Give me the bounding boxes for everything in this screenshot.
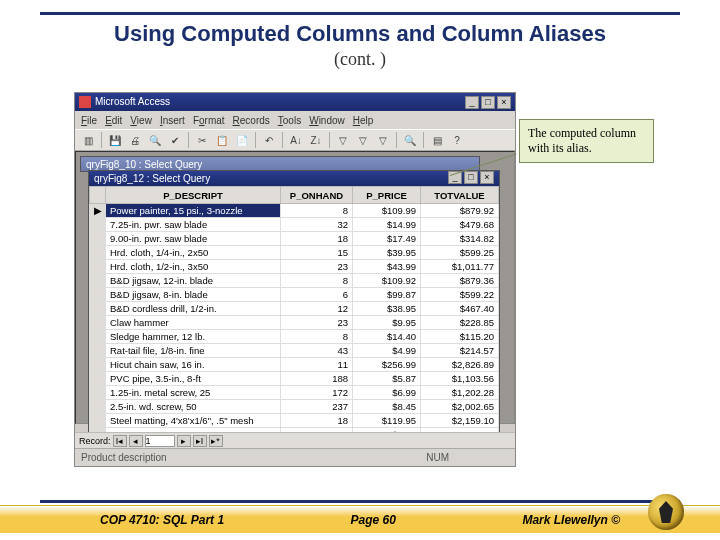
table-row[interactable]: B&D jigsaw, 12-in. blade8$109.92$879.36	[90, 274, 499, 288]
row-marker[interactable]	[90, 232, 106, 246]
titlebar[interactable]: Microsoft Access _ □ ×	[75, 93, 515, 111]
cell-totvalue[interactable]: $1,103.56	[421, 372, 499, 386]
cell-price[interactable]: $43.99	[353, 260, 421, 274]
cell-descript[interactable]: Power painter, 15 psi., 3-nozzle	[106, 204, 281, 218]
apply-filter-icon[interactable]: ▽	[374, 131, 392, 149]
cell-descript[interactable]: 2.5-in. wd. screw, 50	[106, 400, 281, 414]
cell-totvalue[interactable]: $599.22	[421, 288, 499, 302]
maximize-button[interactable]: □	[481, 96, 495, 109]
table-row[interactable]: B&D jigsaw, 8-in. blade6$99.87$599.22	[90, 288, 499, 302]
cell-descript[interactable]: Sledge hammer, 12 lb.	[106, 330, 281, 344]
nav-prev-button[interactable]: ◂	[129, 435, 143, 447]
table-row[interactable]: B&D cordless drill, 1/2-in.12$38.95$467.…	[90, 302, 499, 316]
row-header-blank[interactable]	[90, 187, 106, 204]
cell-descript[interactable]: 9.00-in. pwr. saw blade	[106, 232, 281, 246]
col-descript[interactable]: P_DESCRIPT	[106, 187, 281, 204]
cell-price[interactable]: $109.99	[353, 204, 421, 218]
table-row[interactable]: 7.25-in. pwr. saw blade32$14.99$479.68	[90, 218, 499, 232]
cell-price[interactable]: $38.95	[353, 302, 421, 316]
spell-icon[interactable]: ✔	[166, 131, 184, 149]
row-marker[interactable]	[90, 414, 106, 428]
table-row[interactable]: 1.25-in. metal screw, 25172$6.99$1,202.2…	[90, 386, 499, 400]
cell-onhand[interactable]: 18	[281, 232, 353, 246]
sort-asc-icon[interactable]: A↓	[287, 131, 305, 149]
cell-descript[interactable]: B&D jigsaw, 8-in. blade	[106, 288, 281, 302]
col-onhand[interactable]: P_ONHAND	[281, 187, 353, 204]
row-marker[interactable]	[90, 358, 106, 372]
cell-onhand[interactable]: 8	[281, 274, 353, 288]
preview-icon[interactable]: 🔍	[146, 131, 164, 149]
cell-onhand[interactable]: 23	[281, 316, 353, 330]
paste-icon[interactable]: 📄	[233, 131, 251, 149]
row-marker[interactable]: ▶	[90, 204, 106, 218]
new-object-icon[interactable]: ▤	[428, 131, 446, 149]
help-icon[interactable]: ?	[448, 131, 466, 149]
table-row[interactable]: Hrd. cloth, 1/2-in., 3x5023$43.99$1,011.…	[90, 260, 499, 274]
cell-descript[interactable]: B&D cordless drill, 1/2-in.	[106, 302, 281, 316]
cell-onhand[interactable]: 172	[281, 386, 353, 400]
row-marker[interactable]	[90, 274, 106, 288]
child-max-button[interactable]: □	[464, 171, 478, 184]
undo-icon[interactable]: ↶	[260, 131, 278, 149]
cell-totvalue[interactable]: $2,826.89	[421, 358, 499, 372]
cell-descript[interactable]: 1.25-in. metal screw, 25	[106, 386, 281, 400]
cell-onhand[interactable]: 12	[281, 302, 353, 316]
cell-price[interactable]: $14.40	[353, 330, 421, 344]
cell-onhand[interactable]: 43	[281, 344, 353, 358]
cell-descript[interactable]: Rat-tail file, 1/8-in. fine	[106, 344, 281, 358]
cell-descript[interactable]: Steel matting, 4'x8'x1/6", .5" mesh	[106, 414, 281, 428]
table-row[interactable]: Sledge hammer, 12 lb.8$14.40$115.20	[90, 330, 499, 344]
cell-price[interactable]: $109.92	[353, 274, 421, 288]
find-icon[interactable]: 🔍	[401, 131, 419, 149]
row-marker[interactable]	[90, 246, 106, 260]
cell-onhand[interactable]: 18	[281, 414, 353, 428]
row-marker[interactable]	[90, 260, 106, 274]
cell-totvalue[interactable]: $1,011.77	[421, 260, 499, 274]
minimize-button[interactable]: _	[465, 96, 479, 109]
cell-price[interactable]: $14.99	[353, 218, 421, 232]
menu-edit[interactable]: Edit	[105, 115, 122, 126]
cell-onhand[interactable]: 188	[281, 372, 353, 386]
cell-onhand[interactable]: 8	[281, 204, 353, 218]
table-row[interactable]: 2.5-in. wd. screw, 50237$8.45$2,002.65	[90, 400, 499, 414]
cell-totvalue[interactable]: $599.25	[421, 246, 499, 260]
cell-totvalue[interactable]: $467.40	[421, 302, 499, 316]
copy-icon[interactable]: 📋	[213, 131, 231, 149]
cell-price[interactable]: $17.49	[353, 232, 421, 246]
cell-totvalue[interactable]: $479.68	[421, 218, 499, 232]
cell-totvalue[interactable]: $115.20	[421, 330, 499, 344]
table-row[interactable]: Rat-tail file, 1/8-in. fine43$4.99$214.5…	[90, 344, 499, 358]
cell-totvalue[interactable]: $214.57	[421, 344, 499, 358]
table-row[interactable]: Claw hammer23$9.95$228.85	[90, 316, 499, 330]
child-window-2-titlebar[interactable]: qryFig8_12 : Select Query _ □ ×	[89, 171, 499, 186]
row-marker[interactable]	[90, 288, 106, 302]
view-icon[interactable]: ▥	[79, 131, 97, 149]
cell-totvalue[interactable]: $228.85	[421, 316, 499, 330]
row-marker[interactable]	[90, 400, 106, 414]
menu-records[interactable]: Records	[233, 115, 270, 126]
cell-onhand[interactable]: 11	[281, 358, 353, 372]
cell-price[interactable]: $8.45	[353, 400, 421, 414]
cell-totvalue[interactable]: $879.36	[421, 274, 499, 288]
cell-onhand[interactable]: 8	[281, 330, 353, 344]
child-close-button[interactable]: ×	[480, 171, 494, 184]
menu-view[interactable]: View	[130, 115, 152, 126]
filter-icon[interactable]: ▽	[334, 131, 352, 149]
cell-onhand[interactable]: 237	[281, 400, 353, 414]
table-row[interactable]: Hicut chain saw, 16 in.11$256.99$2,826.8…	[90, 358, 499, 372]
cell-descript[interactable]: 7.25-in. pwr. saw blade	[106, 218, 281, 232]
cell-totvalue[interactable]: $2,002.65	[421, 400, 499, 414]
cell-price[interactable]: $256.99	[353, 358, 421, 372]
cell-onhand[interactable]: 6	[281, 288, 353, 302]
cell-price[interactable]: $99.87	[353, 288, 421, 302]
table-row[interactable]: ▶Power painter, 15 psi., 3-nozzle8$109.9…	[90, 204, 499, 218]
cell-price[interactable]: $6.99	[353, 386, 421, 400]
col-price[interactable]: P_PRICE	[353, 187, 421, 204]
cell-totvalue[interactable]: $2,159.10	[421, 414, 499, 428]
cut-icon[interactable]: ✂	[193, 131, 211, 149]
cell-onhand[interactable]: 15	[281, 246, 353, 260]
cell-descript[interactable]: PVC pipe, 3.5-in., 8-ft	[106, 372, 281, 386]
nav-last-button[interactable]: ▸I	[193, 435, 207, 447]
menu-help[interactable]: Help	[353, 115, 374, 126]
cell-price[interactable]: $4.99	[353, 344, 421, 358]
